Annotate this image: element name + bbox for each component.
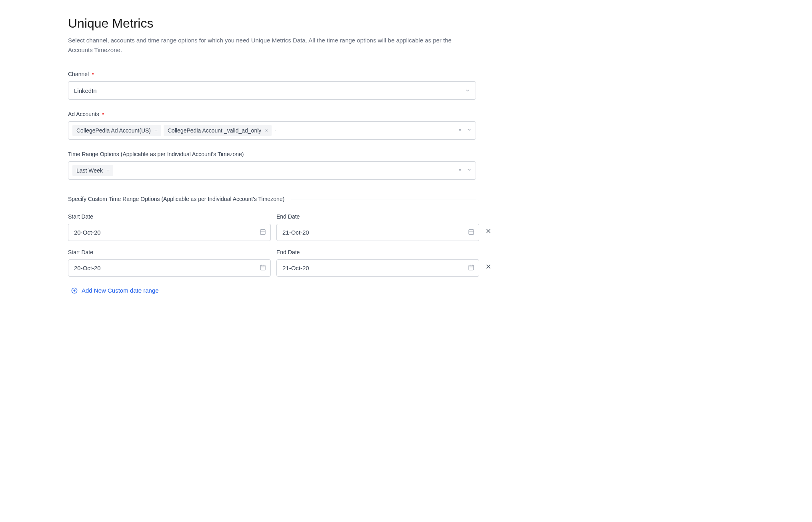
channel-label: Channel: [68, 71, 744, 77]
start-date-input[interactable]: 20-Oct-20: [68, 224, 271, 241]
close-icon: [106, 169, 110, 173]
ad-accounts-label-text: Ad Accounts: [68, 111, 99, 117]
close-icon: [485, 263, 492, 270]
tag-remove-button[interactable]: [264, 128, 268, 133]
dropdown-toggle[interactable]: [466, 127, 472, 134]
custom-range-section-header: Specify Custom Time Range Options (Appli…: [68, 196, 476, 202]
channel-select[interactable]: LinkedIn: [68, 81, 476, 100]
page-description: Select channel, accounts and time range …: [68, 36, 476, 55]
end-date-value: 21-Oct-20: [276, 259, 479, 277]
remove-date-range-button[interactable]: [485, 227, 492, 241]
start-date-label: Start Date: [68, 249, 271, 255]
clear-all-button[interactable]: [458, 167, 462, 174]
start-date-label: Start Date: [68, 213, 271, 220]
add-link-label: Add New Custom date range: [82, 287, 159, 294]
required-indicator: [92, 73, 94, 74]
end-date-input[interactable]: 21-Oct-20: [276, 259, 479, 277]
time-range-field-group: Time Range Options (Applicable as per In…: [68, 151, 744, 180]
dropdown-toggle[interactable]: [466, 167, 472, 174]
custom-range-section-label: Specify Custom Time Range Options (Appli…: [68, 196, 291, 202]
custom-date-range-row: Start Date 20-Oct-20 End Date 21-Oct-20: [68, 213, 492, 241]
start-date-value: 20-Oct-20: [68, 259, 271, 277]
channel-label-text: Channel: [68, 71, 89, 77]
end-date-value: 21-Oct-20: [276, 224, 479, 241]
divider-line: [291, 199, 476, 199]
start-date-input[interactable]: 20-Oct-20: [68, 259, 271, 277]
ad-accounts-select[interactable]: CollegePedia Ad Account(US) CollegePedia…: [68, 121, 476, 140]
plus-circle-icon: [71, 287, 78, 294]
close-icon: [154, 128, 158, 133]
channel-field-group: Channel LinkedIn: [68, 71, 744, 100]
ad-account-tag-label: CollegePedia Ad Account(US): [76, 127, 151, 134]
start-date-value: 20-Oct-20: [68, 224, 271, 241]
required-indicator: [102, 113, 104, 114]
ad-accounts-field-group: Ad Accounts CollegePedia Ad Account(US) …: [68, 111, 744, 140]
end-date-label: End Date: [276, 213, 479, 220]
ad-account-tag-label: CollegePedia Account _valid_ad_only: [168, 127, 261, 134]
remove-date-range-button[interactable]: [485, 263, 492, 277]
close-icon: [458, 128, 462, 133]
custom-date-range-row: Start Date 20-Oct-20 End Date 21-Oct-20: [68, 249, 492, 277]
time-range-tag: Last Week: [72, 165, 113, 176]
time-range-select[interactable]: Last Week: [68, 161, 476, 180]
add-custom-date-range-button[interactable]: Add New Custom date range: [71, 287, 159, 294]
close-icon: [485, 227, 492, 235]
time-range-label: Time Range Options (Applicable as per In…: [68, 151, 744, 157]
ad-accounts-label: Ad Accounts: [68, 111, 744, 117]
close-icon: [264, 128, 268, 133]
channel-select-value: LinkedIn: [68, 81, 476, 100]
end-date-input[interactable]: 21-Oct-20: [276, 224, 479, 241]
page-title: Unique Metrics: [68, 16, 744, 31]
tag-remove-button[interactable]: [154, 128, 158, 133]
tag-remove-button[interactable]: [106, 169, 110, 173]
clear-all-button[interactable]: [458, 127, 462, 134]
ad-account-tag: CollegePedia Account _valid_ad_only: [164, 125, 272, 136]
chevron-down-icon: [466, 127, 472, 133]
more-indicator: ·: [275, 127, 276, 134]
chevron-down-icon: [466, 167, 472, 173]
end-date-label: End Date: [276, 249, 479, 255]
ad-account-tag: CollegePedia Ad Account(US): [72, 125, 161, 136]
time-range-tag-label: Last Week: [76, 167, 103, 174]
close-icon: [458, 168, 462, 173]
